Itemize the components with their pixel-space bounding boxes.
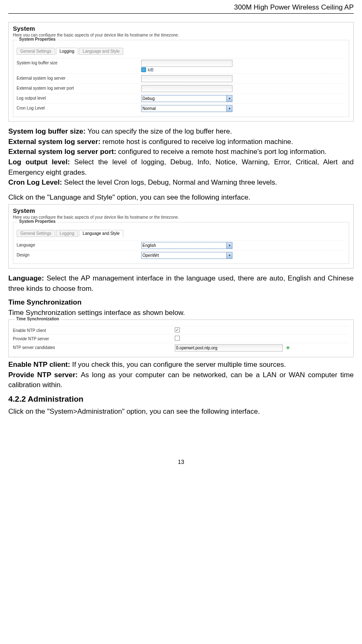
checkbox-provide-ntp[interactable]	[175, 336, 180, 341]
lang-style-intro: Click on the "Language and Style" option…	[8, 192, 354, 203]
desc-provide-b: Provide NTP server:	[8, 371, 81, 379]
time-sync-panel: Time Synchronization Enable NTP client ✓…	[8, 320, 354, 357]
row-ntp-candidates: NTP server candidates ✚	[13, 343, 349, 353]
row-provide-ntp: Provide NTP server	[13, 334, 349, 343]
desc-cron-b: Cron Log Level:	[8, 178, 64, 186]
panel-title: System	[13, 25, 349, 32]
system-properties-fieldset: System Properties General Settings Loggi…	[13, 40, 349, 117]
tabs: General Settings Logging Language and St…	[17, 230, 345, 237]
label-language: Language	[17, 242, 141, 247]
page-header: 300M High Power Wireless Ceiling AP	[8, 0, 354, 14]
desc-cron-t: Select the level Cron logs, Debug, Norma…	[64, 178, 277, 186]
add-icon[interactable]: ✚	[286, 346, 291, 351]
tab-general-settings[interactable]: General Settings	[17, 48, 55, 55]
system-properties-fieldset: System Properties General Settings Loggi…	[13, 222, 349, 264]
desc-enable-t: If you check this, you can configure the…	[72, 361, 286, 368]
panel-desc: Here you can configure the basic aspects…	[13, 215, 349, 220]
admin-heading: 4.2.2 Administration	[8, 395, 354, 404]
panel-title: System	[13, 207, 349, 214]
row-log-level: Log output level Debug ▾	[17, 93, 345, 103]
input-ntp-candidate[interactable]	[175, 344, 283, 351]
tab-general-settings[interactable]: General Settings	[17, 230, 55, 237]
label-provide-ntp: Provide NTP server	[13, 336, 175, 341]
label-buffer-size: System log buffer size	[17, 60, 141, 65]
chevron-down-icon: ▾	[226, 252, 232, 259]
select-design-value: OpenWrt	[142, 253, 159, 258]
desc-lang-t: Select the AP management interface in th…	[8, 274, 354, 293]
desc-port-b: External system log server port:	[8, 148, 118, 156]
fieldset-legend: System Properties	[17, 37, 57, 41]
desc-language: Language: Select the AP management inter…	[8, 273, 354, 294]
desc-ntp: Enable NTP client: If you check this, yo…	[8, 360, 354, 390]
desc-buffer: System log buffer size: You can specify …	[8, 127, 354, 188]
select-design[interactable]: OpenWrt ▾	[141, 252, 232, 259]
chevron-down-icon: ▾	[226, 242, 232, 249]
desc-buffer-t: You can specify the size of the log buff…	[88, 127, 232, 135]
label-design: Design	[17, 252, 141, 257]
label-log-level: Log output level	[17, 95, 141, 100]
tab-language-style[interactable]: Language and Style	[79, 230, 123, 237]
select-language[interactable]: English ▾	[141, 242, 232, 249]
label-ntp-candidates: NTP server candidates	[13, 344, 175, 350]
unit-kib: kiB	[148, 68, 154, 72]
time-sync-heading: Time Synchronization	[8, 298, 354, 307]
desc-lvl-b: Log output level:	[8, 158, 74, 166]
row-ext-server: External system log server	[17, 73, 345, 83]
fieldset-legend: System Properties	[17, 219, 57, 224]
row-ext-port: External system log server port	[17, 83, 345, 93]
label-ext-server: External system log server	[17, 75, 141, 80]
row-language: Language English ▾	[17, 240, 345, 250]
desc-lang-b: Language:	[8, 274, 46, 282]
desc-buffer-b: System log buffer size:	[8, 127, 88, 135]
page-number: 13	[8, 459, 354, 465]
label-ext-port: External system log server port	[17, 85, 141, 90]
system-panel-logging: System Here you can configure the basic …	[8, 22, 354, 122]
row-cron-level: Cron Log Level Normal ▾	[17, 103, 345, 113]
select-language-value: English	[142, 243, 156, 248]
input-ext-port[interactable]	[141, 85, 232, 92]
admin-text: Click on the "System>Administration" opt…	[8, 406, 354, 417]
row-enable-ntp: Enable NTP client ✓	[13, 326, 349, 334]
reset-icon[interactable]	[141, 67, 146, 72]
label-cron-level: Cron Log Level	[17, 105, 141, 110]
tab-logging[interactable]: Logging	[56, 48, 78, 55]
chevron-down-icon: ▾	[226, 105, 232, 112]
desc-ext-b: External system log server:	[8, 138, 103, 146]
row-design: Design OpenWrt ▾	[17, 250, 345, 260]
tab-language-style[interactable]: Language and Style	[79, 48, 123, 55]
select-log-level[interactable]: Debug ▾	[141, 95, 232, 102]
system-panel-language: System Here you can configure the basic …	[8, 204, 354, 268]
desc-ext-t: remote host is configured to receive log…	[103, 138, 293, 146]
desc-enable-b: Enable NTP client:	[8, 361, 72, 368]
input-ext-server[interactable]	[141, 75, 232, 82]
checkbox-enable-ntp[interactable]: ✓	[175, 327, 180, 332]
time-sync-legend: Time Synchronization	[15, 317, 61, 321]
label-enable-ntp: Enable NTP client	[13, 327, 175, 333]
select-cron-value: Normal	[142, 106, 156, 111]
select-cron-level[interactable]: Normal ▾	[141, 105, 232, 112]
input-buffer-size[interactable]	[141, 60, 232, 67]
row-buffer-size: System log buffer size kiB	[17, 58, 345, 73]
panel-desc: Here you can configure the basic aspects…	[13, 33, 349, 37]
desc-port-t: configured to receive a remote host mach…	[118, 148, 327, 156]
select-log-level-value: Debug	[142, 96, 154, 101]
tab-logging[interactable]: Logging	[56, 230, 78, 237]
chevron-down-icon: ▾	[226, 95, 232, 102]
tabs: General Settings Logging Language and St…	[17, 48, 345, 55]
